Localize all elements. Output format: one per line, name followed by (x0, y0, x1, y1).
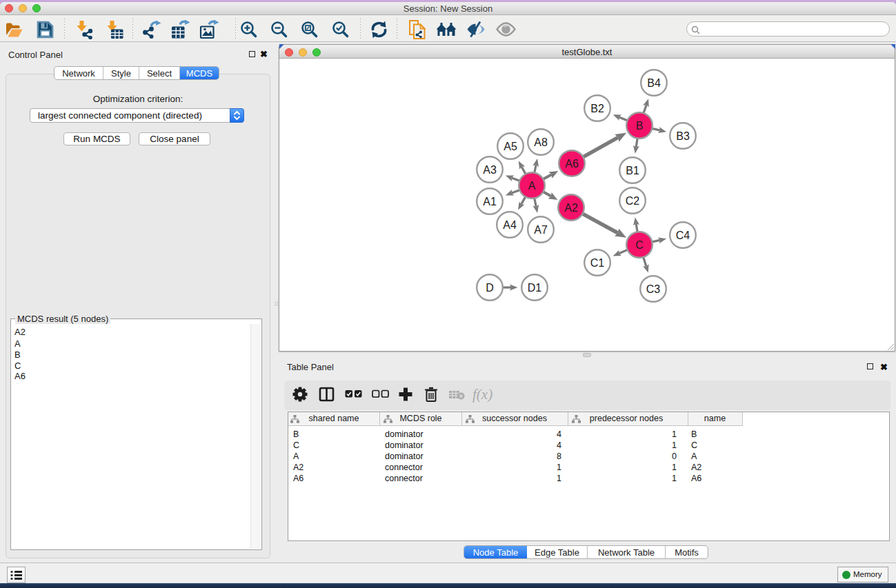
svg-text:D1: D1 (528, 282, 542, 294)
svg-text:C1: C1 (590, 257, 605, 269)
svg-text:B2: B2 (590, 103, 604, 114)
svg-text:B3: B3 (676, 130, 690, 142)
svg-text:B4: B4 (647, 77, 661, 89)
svg-text:A2: A2 (564, 202, 578, 214)
svg-text:A3: A3 (483, 164, 497, 176)
svg-text:B: B (636, 120, 644, 132)
svg-text:C: C (635, 239, 644, 251)
svg-text:A8: A8 (534, 136, 548, 148)
svg-text:D: D (486, 282, 494, 294)
svg-text:C4: C4 (676, 230, 690, 241)
svg-text:A1: A1 (483, 196, 497, 207)
svg-text:A5: A5 (504, 141, 517, 152)
svg-text:B1: B1 (626, 165, 639, 176)
svg-text:A7: A7 (534, 224, 548, 236)
svg-text:C3: C3 (646, 283, 661, 295)
svg-text:A: A (528, 180, 536, 192)
svg-text:A6: A6 (565, 158, 579, 170)
svg-text:A4: A4 (503, 219, 517, 231)
svg-text:C2: C2 (626, 195, 640, 207)
